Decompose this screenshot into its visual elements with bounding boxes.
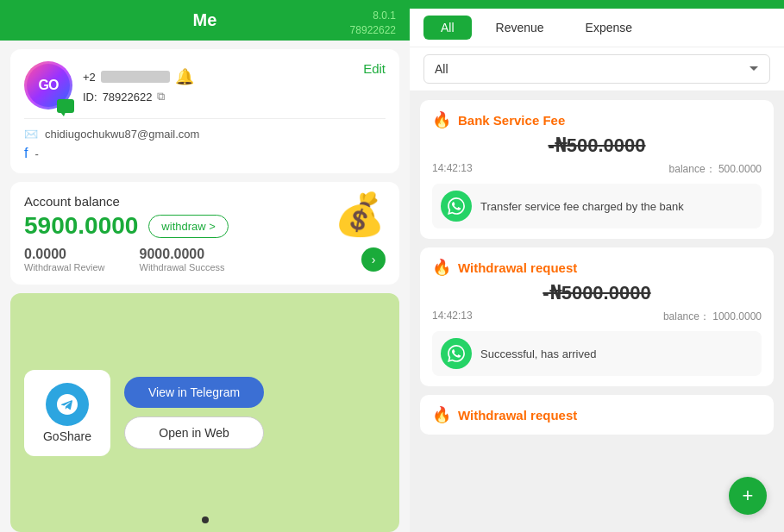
tab-all[interactable]: All — [423, 16, 472, 40]
tx2-time: 14:42:13 — [432, 310, 473, 324]
transaction-card-2: 🔥 Withdrawal request -₦5000.0000 14:42:1… — [420, 247, 774, 386]
tx1-balance: balance： 500.0000 — [669, 162, 762, 177]
tx3-title: Withdrawal request — [458, 408, 577, 422]
profile-divider — [24, 118, 386, 119]
telegram-logo-icon — [46, 383, 89, 426]
tx3-header: 🔥 Withdrawal request — [432, 405, 762, 424]
balance-label: Account balance — [24, 194, 386, 209]
transaction-card-3: 🔥 Withdrawal request — [420, 395, 774, 435]
balance-card: Account balance 5900.0000 withdraw > 💰 0… — [10, 182, 399, 285]
profile-id: ID: 78922622 ⧉ — [83, 90, 386, 103]
balance-sub-row: 0.0000 Withdrawal Review 9000.0000 Withd… — [24, 247, 386, 272]
profile-top: GO +2 🔔 ID: 78922622 ⧉ Edit — [24, 61, 386, 110]
whatsapp-icon-2 — [441, 338, 472, 369]
success-item: 9000.0000 Withdrawal Success — [140, 247, 225, 272]
facebook-icon: f — [24, 146, 28, 161]
page-title: Me — [193, 10, 217, 29]
fb-value: - — [34, 147, 38, 160]
view-telegram-button[interactable]: View in Telegram — [124, 377, 264, 408]
id-value: 78922622 — [103, 91, 153, 103]
filter-row: All Revenue Expense — [410, 47, 784, 91]
tx2-title: Withdrawal request — [458, 260, 577, 275]
right-panel: All Revenue Expense All Revenue Expense … — [410, 0, 784, 532]
goshare-logo-box: GoShare — [24, 370, 110, 456]
review-amount: 0.0000 — [24, 247, 105, 262]
id-label: ID: — [83, 91, 97, 103]
name-blur — [101, 71, 170, 83]
filter-select[interactable]: All Revenue Expense — [423, 54, 770, 84]
header-info: 8.0.1 78922622 — [350, 9, 396, 38]
success-amount: 9000.0000 — [140, 247, 225, 262]
tx2-note: Successful, has arrived — [432, 331, 762, 376]
transaction-card: 🔥 Bank Service Fee -₦500.0000 14:42:13 b… — [420, 100, 774, 239]
tx1-title: Bank Service Fee — [458, 113, 565, 128]
goshare-card: GoShare View in Telegram Open in Web — [10, 293, 399, 532]
success-label: Withdrawal Success — [140, 262, 225, 272]
fab-button[interactable]: + — [729, 477, 767, 515]
coin-emoji: 💰 — [334, 191, 386, 239]
tx1-note: Transfer service fee charged by the bank — [432, 184, 762, 228]
tx1-meta: 14:42:13 balance： 500.0000 — [432, 162, 762, 177]
tx1-amount: -₦500.0000 — [432, 135, 762, 157]
withdraw-button[interactable]: withdraw > — [148, 215, 229, 238]
tab-expense[interactable]: Expense — [568, 16, 649, 40]
profile-card: GO +2 🔔 ID: 78922622 ⧉ Edit ✉️ — [10, 49, 399, 173]
profile-name-area: +2 🔔 ID: 78922622 ⧉ — [83, 67, 386, 103]
next-arrow-button[interactable]: › — [361, 247, 386, 272]
profile-name-bar: +2 🔔 — [83, 67, 386, 86]
transactions-container: 🔥 Bank Service Fee -₦500.0000 14:42:13 b… — [410, 91, 784, 532]
avatar-logo-text: GO — [39, 78, 59, 93]
tx2-balance: balance： 1000.0000 — [663, 310, 762, 324]
tab-bar: All Revenue Expense — [410, 9, 784, 47]
fire-icon-2: 🔥 — [432, 258, 451, 277]
balance-amount: 5900.0000 — [24, 212, 138, 240]
edit-button[interactable]: Edit — [363, 61, 386, 76]
left-panel: Me 8.0.1 78922622 GO +2 🔔 ID: — [0, 0, 410, 532]
tx2-note-text: Successful, has arrived — [480, 347, 596, 360]
right-top-bar — [410, 0, 784, 9]
email-icon: ✉️ — [24, 128, 38, 141]
copy-icon[interactable]: ⧉ — [157, 90, 165, 103]
header-userid: 78922622 — [350, 23, 396, 38]
transactions-list: 🔥 Bank Service Fee -₦500.0000 14:42:13 b… — [410, 91, 784, 532]
review-label: Withdrawal Review — [24, 262, 105, 272]
open-web-button[interactable]: Open in Web — [124, 416, 264, 449]
goshare-label: GoShare — [43, 429, 91, 443]
email-value: chidiugochukwu87@gmail.com — [45, 128, 199, 141]
goshare-buttons: View in Telegram Open in Web — [124, 377, 264, 449]
balance-row: 5900.0000 withdraw > — [24, 212, 386, 240]
tx2-meta: 14:42:13 balance： 1000.0000 — [432, 310, 762, 324]
profile-email: ✉️ chidiugochukwu87@gmail.com — [24, 128, 386, 141]
tx2-amount: -₦5000.0000 — [432, 282, 762, 304]
tab-revenue[interactable]: Revenue — [479, 16, 561, 40]
tx1-time: 14:42:13 — [432, 162, 473, 177]
profile-fb: f - — [24, 146, 386, 161]
review-item: 0.0000 Withdrawal Review — [24, 247, 105, 272]
left-header: Me 8.0.1 78922622 — [0, 0, 410, 41]
version-number: 8.0.1 — [350, 9, 396, 23]
tx1-header: 🔥 Bank Service Fee — [432, 110, 762, 129]
avatar: GO — [24, 61, 72, 110]
plus-indicator: +2 — [83, 71, 96, 84]
decorative-icon: 🔔 — [175, 67, 194, 86]
tx1-note-text: Transfer service fee charged by the bank — [480, 200, 684, 213]
whatsapp-icon-1 — [441, 191, 472, 222]
tx2-header: 🔥 Withdrawal request — [432, 258, 762, 277]
carousel-dot — [202, 516, 209, 523]
avatar-bubble — [57, 99, 74, 113]
fire-icon-1: 🔥 — [432, 110, 451, 129]
fire-icon-3: 🔥 — [432, 405, 451, 424]
